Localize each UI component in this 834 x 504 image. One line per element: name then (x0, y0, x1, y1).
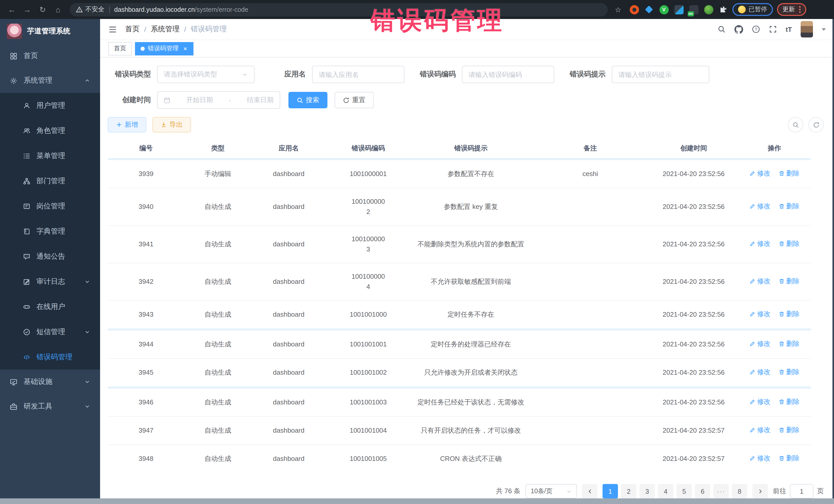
trash-icon (778, 369, 785, 375)
sidebar-item-audit-log[interactable]: 审计日志 (0, 269, 100, 294)
browser-home-icon[interactable]: ⌂ (51, 3, 65, 16)
edit-link[interactable]: 修改 (749, 276, 770, 286)
browser-menu-icon[interactable] (799, 6, 800, 13)
pager-prev-button[interactable] (582, 484, 597, 498)
sidebar-item-users[interactable]: 用户管理 (0, 93, 100, 118)
edit-link[interactable]: 修改 (749, 453, 770, 463)
window-bottom-strip (0, 498, 834, 504)
search-button[interactable]: 搜索 (288, 92, 327, 108)
security-chip[interactable]: 不安全 (76, 5, 105, 14)
cell-code: 1001001003 (326, 388, 411, 416)
extension-green-circle-icon[interactable]: V (659, 5, 668, 14)
delete-link[interactable]: 删除 (778, 309, 799, 319)
error-msg-input[interactable] (612, 66, 709, 83)
delete-link[interactable]: 删除 (778, 339, 799, 349)
sidebar-toggle-icon[interactable] (108, 25, 117, 34)
tab-error-code[interactable]: 错误码管理 (135, 42, 194, 55)
browser-reload-icon[interactable]: ↻ (36, 3, 49, 16)
extension-green-leaf-icon[interactable] (704, 5, 713, 14)
font-size-icon[interactable]: tT (786, 25, 792, 33)
browser-update-button[interactable]: 更新 (777, 3, 806, 16)
sidebar-item-notice[interactable]: 通知公告 (0, 244, 100, 269)
error-type-select[interactable]: 请选择错误码类型 (157, 66, 255, 83)
help-icon[interactable]: ? (752, 25, 760, 34)
edit-link[interactable]: 修改 (749, 397, 770, 407)
browser-back-icon[interactable]: ← (5, 3, 19, 16)
sidebar-item-error-code[interactable]: 错误码管理 (0, 344, 100, 370)
tab-close-icon[interactable] (183, 46, 188, 51)
refresh-table-icon[interactable] (808, 117, 824, 132)
delete-link[interactable]: 删除 (778, 276, 799, 286)
sidebar-item-dict[interactable]: 字典管理 (0, 219, 100, 244)
delete-link[interactable]: 删除 (778, 397, 799, 407)
app-name-input[interactable] (312, 66, 404, 83)
error-code-input[interactable] (462, 66, 554, 83)
breadcrumb-system[interactable]: 系统管理 (151, 25, 180, 34)
bookmark-star-icon[interactable]: ☆ (615, 5, 621, 14)
date-range-picker[interactable]: 开始日期 - 结束日期 (157, 91, 280, 109)
sidebar-item-menus[interactable]: 菜单管理 (0, 143, 100, 168)
sidebar-item-sms[interactable]: 短信管理 (0, 319, 100, 344)
sidebar-item-system[interactable]: 系统管理 (0, 68, 100, 93)
page-size-select[interactable]: 10条/页 (526, 484, 577, 498)
extension-blue-gem-icon[interactable] (644, 5, 654, 14)
pager-page-1[interactable]: 1 (602, 484, 618, 498)
fullscreen-icon[interactable] (769, 25, 777, 34)
cell-app: dashboard (251, 388, 326, 416)
delete-link-label: 删除 (786, 339, 799, 349)
delete-link[interactable]: 删除 (778, 201, 799, 212)
paused-label: 已暂停 (749, 5, 767, 14)
user-avatar[interactable] (800, 21, 813, 38)
edit-link[interactable]: 修改 (749, 239, 770, 249)
edit-link[interactable]: 修改 (749, 367, 770, 377)
show-search-toggle-icon[interactable] (788, 117, 803, 132)
pager-ellipsis[interactable]: ··· (714, 484, 729, 498)
tab-home[interactable]: 首页 (108, 42, 132, 55)
sidebar-item-devtools[interactable]: 研发工具 (0, 394, 100, 419)
search-icon[interactable] (717, 25, 725, 34)
github-icon[interactable] (734, 25, 743, 34)
pager-page-5[interactable]: 5 (676, 484, 692, 498)
delete-link[interactable]: 删除 (778, 425, 799, 435)
edit-link[interactable]: 修改 (749, 339, 770, 349)
header-note: 备注 (531, 138, 649, 159)
delete-link[interactable]: 删除 (778, 453, 799, 463)
add-button[interactable]: 新增 (108, 117, 146, 132)
sidebar-item-infrastructure[interactable]: 基础设施 (0, 370, 100, 394)
delete-link[interactable]: 删除 (778, 168, 799, 179)
edit-link[interactable]: 修改 (749, 425, 770, 435)
browser-forward-icon[interactable]: → (21, 3, 34, 16)
sidebar-item-home[interactable]: 首页 (0, 44, 100, 68)
pager-page-2[interactable]: 2 (621, 484, 636, 498)
address-bar[interactable]: 不安全 dashboard.yudao.iocoder.cn/system/er… (70, 3, 608, 16)
edit-link[interactable]: 修改 (749, 168, 770, 179)
reset-button[interactable]: 重置 (335, 92, 374, 108)
jump-page-input[interactable] (790, 484, 813, 498)
delete-link[interactable]: 删除 (778, 367, 799, 377)
pager-page-8[interactable]: 8 (732, 484, 747, 498)
pager-page-3[interactable]: 3 (639, 484, 655, 498)
export-button[interactable]: 导出 (152, 117, 191, 132)
breadcrumb-home[interactable]: 首页 (125, 25, 139, 34)
extensions-puzzle-icon[interactable] (719, 5, 728, 14)
extension-orange-ring-icon[interactable] (630, 5, 639, 14)
avatar-caret-icon[interactable] (822, 28, 826, 30)
plus-icon (116, 122, 122, 128)
sidebar-item-roles[interactable]: 角色管理 (0, 118, 100, 143)
pager-next-button[interactable] (752, 484, 768, 498)
edit-link[interactable]: 修改 (749, 309, 770, 319)
sidebar-item-posts[interactable]: 岗位管理 (0, 194, 100, 219)
sidebar-item-departments[interactable]: 部门管理 (0, 168, 100, 194)
extension-grid-icon[interactable] (674, 5, 683, 14)
user-icon (23, 102, 30, 109)
delete-link-label: 删除 (786, 367, 799, 377)
edit-link[interactable]: 修改 (749, 201, 770, 212)
extension-switch-icon[interactable]: on (689, 5, 698, 14)
breadcrumb: 首页 / 系统管理 / 错误码管理 (125, 25, 227, 34)
delete-link[interactable]: 删除 (778, 239, 799, 249)
profile-paused-badge[interactable]: 已暂停 (732, 3, 773, 16)
pager-page-4[interactable]: 4 (658, 484, 673, 498)
cell-type: 手动编辑 (184, 159, 251, 188)
pager-page-6[interactable]: 6 (695, 484, 710, 498)
sidebar-item-online-users[interactable]: 在线用户 (0, 294, 100, 319)
